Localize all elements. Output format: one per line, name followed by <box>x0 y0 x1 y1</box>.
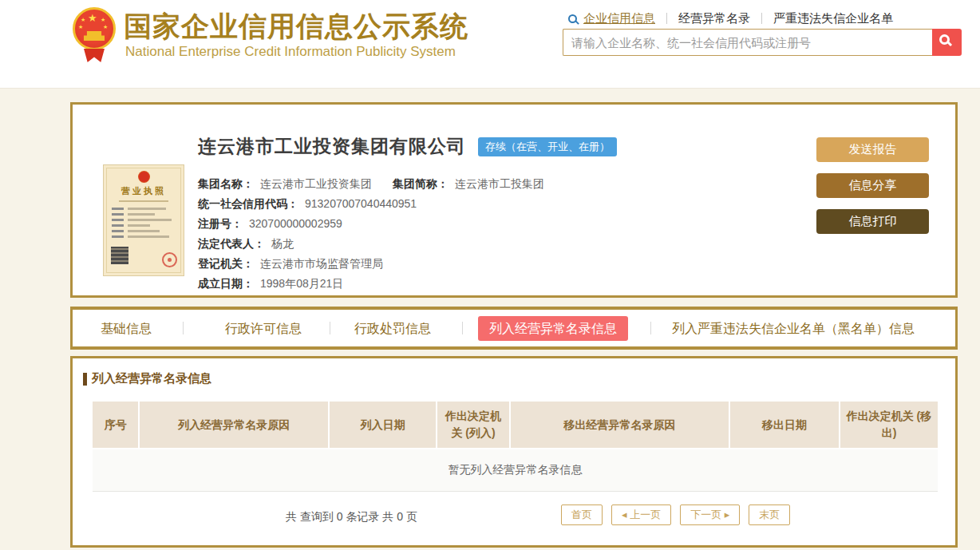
col-header-inclusion-reason: 列入经营异常名录原因 <box>140 402 328 448</box>
section-title: 列入经营异常名录信息 <box>83 371 211 386</box>
first-page-button[interactable]: 首页 <box>561 504 603 525</box>
tab-administrative-penalty[interactable]: 行政处罚信息 <box>354 321 431 338</box>
site-subtitle: National Enterprise Credit Information P… <box>125 44 456 60</box>
license-text-line <box>112 219 176 221</box>
license-subtitle-line <box>119 200 168 202</box>
tab-separator <box>183 322 184 334</box>
field-label: 成立日期： <box>198 274 254 294</box>
field-label: 集团名称： <box>198 174 254 194</box>
prev-page-button[interactable]: ◂ 上一页 <box>611 504 671 525</box>
send-report-button[interactable]: 发送报告 <box>816 137 929 162</box>
tab-separator <box>650 322 651 334</box>
field-value: 连云港市市场监督管理局 <box>260 254 383 274</box>
info-row-establishment-date: 成立日期： 1998年08月21日 <box>198 274 544 294</box>
col-header-removal-date: 移出日期 <box>730 402 839 448</box>
print-info-button[interactable]: 信息打印 <box>816 209 929 234</box>
info-row-credit-code: 统一社会信用代码： 913207007040440951 <box>198 194 544 214</box>
license-text-line <box>112 208 176 210</box>
search-input[interactable] <box>563 29 932 56</box>
info-row-group-name: 集团名称： 连云港市工业投资集团 集团简称： 连云港市工投集团 <box>198 174 544 194</box>
license-qr-code <box>111 247 128 264</box>
next-page-button[interactable]: 下一页 ▸ <box>680 504 740 525</box>
emblem-star-icon: ★ <box>103 24 108 30</box>
nav-enterprise-credit-info[interactable]: 企业信用信息 <box>583 11 655 26</box>
tab-administrative-licensing[interactable]: 行政许可信息 <box>225 321 302 338</box>
tab-blacklist[interactable]: 列入严重违法失信企业名单（黑名单）信息 <box>672 321 915 338</box>
site-title: 国家企业信用信息公示系统 <box>124 8 468 46</box>
field-label: 注册号： <box>198 214 243 234</box>
info-row-registration-number: 注册号： 320700000002959 <box>198 214 544 234</box>
emblem-star-icon: ★ <box>101 17 105 23</box>
share-info-button[interactable]: 信息分享 <box>816 173 929 198</box>
search-bar <box>563 29 962 56</box>
pagination-summary: 共 查询到 0 条记录 共 0 页 <box>286 510 417 524</box>
nav-separator <box>666 13 667 24</box>
field-value: 320700000002959 <box>249 214 342 234</box>
business-license-image: 营业执照 <box>103 164 184 276</box>
detail-tabs-bar: 基础信息 行政许可信息 行政处罚信息 列入经营异常名录信息 列入严重违法失信企业… <box>70 307 958 350</box>
field-label: 集团简称： <box>393 174 449 194</box>
tab-separator <box>330 322 330 334</box>
status-badge: 存续（在营、开业、在册） <box>478 137 617 156</box>
search-type-nav: 企业信用信息 经营异常名录 严重违法失信企业名单 <box>568 10 893 26</box>
section-title-text: 列入经营异常名录信息 <box>92 371 211 386</box>
emblem-star-icon: ★ <box>78 24 83 30</box>
search-button[interactable] <box>932 29 962 56</box>
emblem-ribbon-icon <box>84 49 105 62</box>
tab-separator <box>462 322 463 334</box>
company-info-fields: 集团名称： 连云港市工业投资集团 集团简称： 连云港市工投集团 统一社会信用代码… <box>198 174 544 294</box>
table-header-row: 序号 列入经营异常名录原因 列入日期 作出决定机关 (列入) 移出经营异常名录原… <box>93 402 938 448</box>
nav-serious-violation-list[interactable]: 严重违法失信企业名单 <box>773 11 893 26</box>
info-row-registration-authority: 登记机关： 连云港市市场监督管理局 <box>198 254 544 274</box>
field-label: 登记机关： <box>198 254 254 274</box>
field-value: 连云港市工业投资集团 <box>260 174 372 194</box>
field-value: 杨龙 <box>271 234 294 254</box>
license-text-line <box>112 224 176 227</box>
license-text-line <box>112 230 176 232</box>
emblem-gate-icon <box>84 31 105 41</box>
company-summary-panel: 营业执照 连云港市工业投资集团有限公司 存续（在营、开业、在册） 集团名称： 连… <box>70 102 958 298</box>
license-text-line <box>112 235 176 238</box>
table-empty-row: 暂无列入经营异常名录信息 <box>93 449 938 492</box>
company-name: 连云港市工业投资集团有限公司 <box>198 134 466 159</box>
pagination-controls: 首页 ◂ 上一页 下一页 ▸ 末页 <box>561 504 790 525</box>
abnormal-operations-table: 序号 列入经营异常名录原因 列入日期 作出决定机关 (列入) 移出经营异常名录原… <box>91 400 939 493</box>
col-header-deciding-authority-out: 作出决定机关 (移出) <box>840 402 938 448</box>
last-page-button[interactable]: 末页 <box>749 504 790 525</box>
license-title: 营业执照 <box>104 185 184 197</box>
nav-abnormal-operations-list[interactable]: 经营异常名录 <box>678 11 750 26</box>
field-label: 统一社会信用代码： <box>198 194 298 214</box>
license-emblem-icon <box>138 171 150 183</box>
col-header-inclusion-date: 列入日期 <box>330 402 436 448</box>
national-emblem-logo: ★ ★ ★ ★ ★ <box>71 7 117 63</box>
license-text-line <box>112 213 176 216</box>
field-value: 连云港市工投集团 <box>455 174 544 194</box>
nav-separator <box>761 13 762 24</box>
tab-basic-info[interactable]: 基础信息 <box>101 321 152 338</box>
field-label: 法定代表人： <box>198 234 265 254</box>
info-row-legal-representative: 法定代表人： 杨龙 <box>198 234 544 254</box>
search-icon <box>939 34 950 45</box>
abnormal-operations-section: 列入经营异常名录信息 序号 列入经营异常名录原因 列入日期 作出决定机关 (列入… <box>70 356 958 548</box>
col-header-index: 序号 <box>93 402 138 448</box>
tab-abnormal-operations[interactable]: 列入经营异常名录信息 <box>478 316 628 341</box>
col-header-removal-reason: 移出经营异常名录原因 <box>511 402 729 448</box>
empty-state-text: 暂无列入经营异常名录信息 <box>93 449 938 492</box>
col-header-deciding-authority-in: 作出决定机关 (列入) <box>437 402 509 448</box>
site-header: ★ ★ ★ ★ ★ 国家企业信用信息公示系统 National Enterpri… <box>0 0 980 89</box>
search-icon <box>568 14 577 23</box>
title-bar-icon <box>83 373 87 386</box>
field-value: 913207007040440951 <box>305 194 417 214</box>
emblem-star-icon: ★ <box>81 17 85 23</box>
field-value: 1998年08月21日 <box>260 274 343 294</box>
license-red-seal-icon <box>162 252 177 267</box>
emblem-star-icon: ★ <box>88 12 97 24</box>
